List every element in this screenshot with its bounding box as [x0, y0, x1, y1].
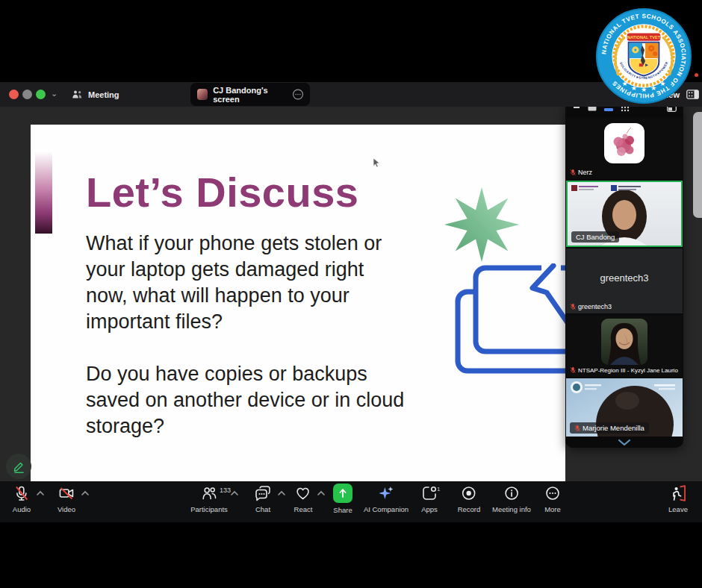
- tab-screen-share[interactable]: CJ Bandong's screen: [190, 83, 310, 106]
- presentation-slide: Let’s Discuss What if your phone gets st…: [31, 125, 565, 484]
- slide-paragraph-2: Do you have copies or backups saved on a…: [86, 361, 404, 440]
- share-button[interactable]: Share: [333, 484, 352, 514]
- logo-banner-text: NATIONAL TVET: [627, 35, 661, 40]
- participant-tile-marjorie[interactable]: Marjorie Mendenilla: [566, 378, 683, 437]
- muted-mic-icon: [570, 303, 576, 310]
- leave-icon: [669, 484, 687, 502]
- chat-icon: [254, 484, 272, 502]
- info-icon: [503, 484, 521, 502]
- muted-mic-icon: [570, 366, 576, 374]
- screen-share-avatar: [197, 89, 208, 100]
- annotate-button[interactable]: [6, 454, 31, 479]
- video-button[interactable]: Video: [58, 484, 75, 513]
- participant-tile-cj-bandong[interactable]: CJ Bandong: [566, 181, 683, 247]
- menu-bar-red-dot: [695, 73, 698, 77]
- nerz-avatar: [604, 123, 644, 163]
- record-button[interactable]: Record: [458, 484, 481, 513]
- participant-name: Marjorie Mendenilla: [583, 424, 644, 432]
- mic-muted-icon: [13, 484, 31, 502]
- meeting-info-button[interactable]: Meeting info: [492, 484, 531, 513]
- apps-icon: [420, 484, 438, 502]
- chat-button[interactable]: Chat: [254, 484, 272, 513]
- people-icon: [72, 90, 83, 99]
- participant-tile-nerz[interactable]: Nerz: [566, 117, 683, 179]
- minimize-window-button[interactable]: [22, 90, 32, 99]
- more-participants-button[interactable]: [565, 437, 683, 448]
- heart-icon: [294, 484, 312, 502]
- participants-count: 133: [220, 487, 231, 494]
- chevron-down-icon: [618, 439, 631, 446]
- participant-tile-greentech3[interactable]: greentech3 greentech3: [566, 248, 683, 313]
- slide-title: Let’s Discuss: [86, 168, 358, 216]
- right-edge-strip: [693, 112, 702, 218]
- slide-paragraph-1: What if your phone gets stolen or your l…: [86, 231, 382, 335]
- ntsap-avatar: [601, 319, 647, 365]
- video-options-caret[interactable]: [81, 490, 90, 496]
- more-button[interactable]: More: [544, 484, 562, 513]
- record-icon: [460, 484, 478, 502]
- slide-accent-bar: [35, 151, 52, 234]
- participant-display-name: greentech3: [566, 272, 683, 284]
- ai-companion-button[interactable]: AI Companion: [364, 484, 409, 513]
- mouse-cursor: [372, 157, 381, 168]
- participant-name: CJ Bandong: [571, 231, 619, 243]
- titlebar-chevron-icon[interactable]: ⌄: [51, 89, 58, 98]
- ntsap-logo: NATIONAL TVET SCHOOLS ASSOCIATION OF THE…: [595, 7, 692, 104]
- participant-name: greentech3: [578, 303, 612, 310]
- screen-share-tab-label: CJ Bandong's screen: [213, 86, 292, 104]
- zoom-window-button[interactable]: [36, 90, 46, 99]
- participants-panel: Nerz CJ Bandong greentech3: [565, 99, 683, 448]
- tab-options-icon[interactable]: [292, 88, 304, 101]
- cracked-device-graphic: [453, 263, 565, 383]
- ai-companion-icon: [377, 484, 395, 502]
- tab-meeting[interactable]: Meeting: [72, 82, 119, 107]
- participant-tile-ntsap[interactable]: NTSAP-Region III - Kyzyl Jane Laurio: [566, 315, 683, 377]
- participants-options-caret[interactable]: [230, 490, 239, 496]
- chat-options-caret[interactable]: [277, 490, 286, 496]
- meeting-toolbar: Audio Video Participants 133 Chat: [0, 481, 702, 522]
- muted-mic-icon: [574, 425, 580, 432]
- apps-button[interactable]: Apps: [420, 484, 438, 513]
- participant-name: Nerz: [578, 169, 592, 176]
- participants-icon: [200, 484, 218, 502]
- react-options-caret[interactable]: [317, 490, 326, 496]
- react-button[interactable]: React: [294, 484, 313, 513]
- apps-badge: 1: [437, 486, 440, 492]
- muted-mic-icon: [570, 169, 576, 176]
- share-icon: [333, 484, 352, 503]
- audio-button[interactable]: Audio: [13, 484, 31, 513]
- leave-button[interactable]: Leave: [668, 484, 688, 513]
- more-icon: [544, 484, 562, 502]
- close-window-button[interactable]: [9, 90, 19, 99]
- meeting-tab-label: Meeting: [88, 90, 119, 99]
- video-muted-icon: [58, 484, 75, 502]
- audio-options-caret[interactable]: [36, 490, 45, 496]
- pencil-icon: [12, 460, 26, 474]
- participant-name: NTSAP-Region III - Kyzyl Jane Laurio: [578, 367, 678, 374]
- starburst-graphic: [444, 187, 519, 262]
